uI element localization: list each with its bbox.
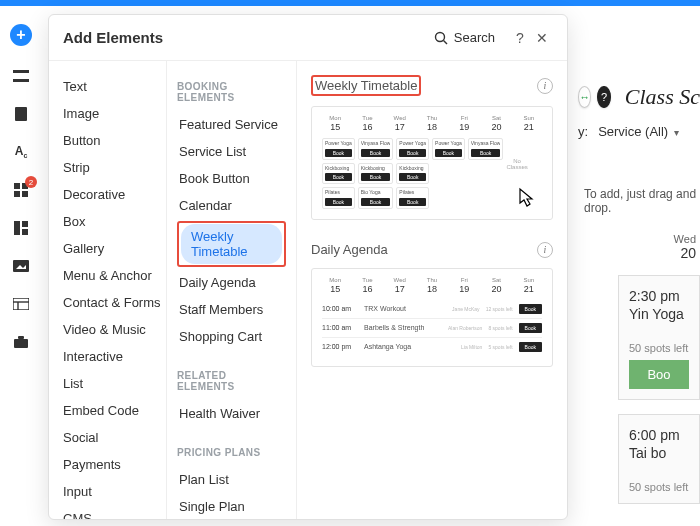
category-item[interactable]: Gallery bbox=[63, 235, 166, 262]
book-button[interactable]: Book bbox=[325, 198, 352, 206]
svg-rect-8 bbox=[22, 221, 28, 227]
element-item[interactable]: Staff Members bbox=[177, 296, 286, 323]
class-slot[interactable]: Power YogaBook bbox=[322, 138, 355, 160]
book-button[interactable]: Book bbox=[325, 149, 352, 157]
svg-rect-15 bbox=[14, 339, 28, 348]
filter-label-suffix: y: bbox=[578, 124, 588, 139]
weekly-timetable-preview[interactable]: Mon15Tue16Wed17Thu18Fri19Sat20Sun21 Powe… bbox=[311, 106, 553, 220]
data-icon[interactable] bbox=[11, 296, 31, 312]
class-time: 6:00 pm bbox=[629, 427, 689, 443]
category-item[interactable]: Contact & Forms bbox=[63, 289, 166, 316]
category-item[interactable]: Input bbox=[63, 478, 166, 505]
stretch-toggle[interactable]: ↔ bbox=[578, 86, 591, 108]
book-button[interactable]: Book bbox=[399, 198, 426, 206]
class-slot[interactable]: PilatesBook bbox=[322, 187, 355, 209]
book-button[interactable]: Book bbox=[361, 149, 391, 157]
category-item[interactable]: List bbox=[63, 370, 166, 397]
layout-icon[interactable] bbox=[11, 220, 31, 236]
agenda-row[interactable]: 11:00 amBarbells & StrengthAlan Robertso… bbox=[322, 318, 542, 337]
element-item[interactable]: Featured Service bbox=[177, 111, 286, 138]
daily-agenda-preview[interactable]: Mon15Tue16Wed17Thu18Fri19Sat20Sun21 10:0… bbox=[311, 268, 553, 367]
search-button[interactable]: Search bbox=[434, 30, 495, 45]
category-item[interactable]: Button bbox=[63, 127, 166, 154]
svg-rect-16 bbox=[18, 336, 24, 339]
svg-rect-3 bbox=[14, 183, 20, 189]
day-header: Mon15 bbox=[322, 277, 348, 294]
business-icon[interactable] bbox=[11, 334, 31, 350]
element-item[interactable]: Daily Agenda bbox=[177, 269, 286, 296]
class-slot[interactable]: Vinyasa FlowBook bbox=[468, 138, 504, 160]
day-column: Power YogaBookKickboxingBookPilatesBook bbox=[322, 138, 355, 209]
category-item[interactable]: Decorative bbox=[63, 181, 166, 208]
element-item[interactable]: Service List bbox=[177, 138, 286, 165]
close-button[interactable]: ✕ bbox=[531, 30, 553, 46]
cursor-icon bbox=[516, 187, 536, 209]
apps-icon[interactable]: 2 bbox=[11, 182, 31, 198]
agenda-row[interactable]: 12:00 pmAshtanga YogaLia Milton5 spots l… bbox=[322, 337, 542, 356]
category-item[interactable]: CMS bbox=[63, 505, 166, 519]
class-card[interactable]: 6:00 pm Tai bo 50 spots left bbox=[618, 414, 700, 504]
element-item[interactable]: Shopping Cart bbox=[177, 323, 286, 350]
book-button[interactable]: Book bbox=[399, 149, 426, 157]
canvas-background: ↔ ? Class Sc y: Service (All) ▾ To add, … bbox=[568, 12, 700, 526]
group-heading: PRICING PLANS bbox=[177, 447, 286, 458]
category-item[interactable]: Social bbox=[63, 424, 166, 451]
agenda-row[interactable]: 10:00 amTRX WorkoutJane McKay12 spots le… bbox=[322, 300, 542, 318]
help-toggle[interactable]: ? bbox=[597, 86, 610, 108]
apps-badge: 2 bbox=[25, 176, 37, 188]
info-icon[interactable]: i bbox=[537, 242, 553, 258]
element-item[interactable]: Health Waiver bbox=[177, 400, 286, 427]
class-slot[interactable]: KickboxingBook bbox=[396, 163, 429, 185]
class-slot[interactable]: Power YogaBook bbox=[432, 138, 465, 160]
svg-rect-9 bbox=[22, 229, 28, 235]
category-item[interactable]: Text bbox=[63, 73, 166, 100]
class-slot[interactable]: Power YogaBook bbox=[396, 138, 429, 160]
class-spots: 50 spots left bbox=[629, 481, 689, 493]
svg-rect-2 bbox=[15, 107, 27, 121]
category-item[interactable]: Image bbox=[63, 100, 166, 127]
category-item[interactable]: Interactive bbox=[63, 343, 166, 370]
class-slot[interactable]: KickboxingBook bbox=[322, 163, 355, 185]
element-item[interactable]: Weekly Timetable bbox=[177, 219, 286, 269]
category-item[interactable]: Video & Music bbox=[63, 316, 166, 343]
day-column: Power YogaBook bbox=[432, 138, 465, 209]
day-header: Thu18 bbox=[419, 277, 445, 294]
book-button[interactable]: Book bbox=[519, 342, 542, 352]
category-item[interactable]: Menu & Anchor bbox=[63, 262, 166, 289]
category-item[interactable]: Strip bbox=[63, 154, 166, 181]
service-filter[interactable]: Service (All) ▾ bbox=[598, 124, 679, 139]
book-button[interactable]: Book bbox=[435, 149, 462, 157]
class-slot[interactable]: KickboxingBook bbox=[358, 163, 394, 185]
book-button[interactable]: Book bbox=[361, 173, 391, 181]
help-button[interactable]: ? bbox=[509, 30, 531, 46]
class-card[interactable]: 2:30 pm Yin Yoga 50 spots left Boo bbox=[618, 275, 700, 400]
category-item[interactable]: Embed Code bbox=[63, 397, 166, 424]
element-item[interactable]: Single Plan bbox=[177, 493, 286, 519]
book-button[interactable]: Boo bbox=[629, 360, 689, 389]
book-button[interactable]: Book bbox=[471, 149, 501, 157]
add-button[interactable]: + bbox=[10, 24, 32, 46]
category-item[interactable]: Box bbox=[63, 208, 166, 235]
day-header: Wed17 bbox=[387, 115, 413, 132]
element-item[interactable]: Calendar bbox=[177, 192, 286, 219]
search-icon bbox=[434, 31, 448, 45]
day-header: Tue16 bbox=[354, 277, 380, 294]
day-header: Wed17 bbox=[387, 277, 413, 294]
book-button[interactable]: Book bbox=[399, 173, 426, 181]
class-slot[interactable]: Vinyasa FlowBook bbox=[358, 138, 394, 160]
info-icon[interactable]: i bbox=[537, 78, 553, 94]
page-icon[interactable] bbox=[11, 106, 31, 122]
element-item[interactable]: Book Button bbox=[177, 165, 286, 192]
sections-icon[interactable] bbox=[11, 68, 31, 84]
element-item[interactable]: Plan List bbox=[177, 466, 286, 493]
category-item[interactable]: Payments bbox=[63, 451, 166, 478]
book-button[interactable]: Book bbox=[325, 173, 352, 181]
book-button[interactable]: Book bbox=[519, 323, 542, 333]
book-button[interactable]: Book bbox=[519, 304, 542, 314]
day-column: Vinyasa FlowBookKickboxingBookBio YogaBo… bbox=[358, 138, 394, 209]
media-icon[interactable] bbox=[11, 258, 31, 274]
class-slot[interactable]: PilatesBook bbox=[396, 187, 429, 209]
class-slot[interactable]: Bio YogaBook bbox=[358, 187, 394, 209]
book-button[interactable]: Book bbox=[361, 198, 391, 206]
styles-icon[interactable]: Ac bbox=[11, 144, 31, 160]
